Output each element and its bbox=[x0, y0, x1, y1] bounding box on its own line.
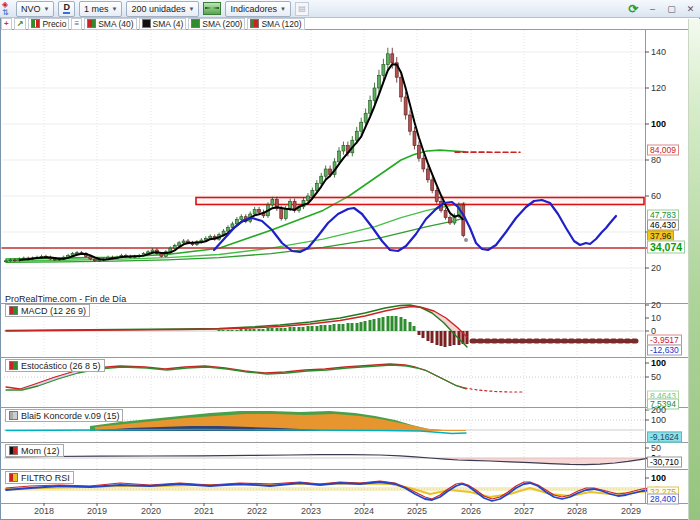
draw-trend-icon[interactable]: ↗ bbox=[14, 18, 27, 30]
maximize-button[interactable]: ▢ bbox=[664, 2, 679, 16]
info-button[interactable]: ▤ bbox=[295, 2, 309, 16]
legend-precio-label: Precio bbox=[42, 19, 66, 29]
indicator-chart-icon bbox=[203, 2, 221, 15]
legend-precio[interactable]: Precio bbox=[28, 18, 69, 30]
legend-sma-200[interactable]: SMA (200) bbox=[188, 18, 245, 30]
legend-sma-120-label: SMA (120) bbox=[261, 19, 301, 29]
minimize-button[interactable]: – bbox=[645, 2, 660, 16]
series-color-icon bbox=[87, 19, 96, 28]
timeframe-label: 1 mes bbox=[84, 4, 109, 14]
timeframe-dropdown[interactable]: 1 mes ▼ bbox=[79, 1, 122, 17]
refresh-icon[interactable]: ⟳ bbox=[626, 2, 641, 16]
toolbar: ◈ ⇅ NVO ▼ D 1 mes ▼ 200 unidades ▼ Indic… bbox=[0, 0, 700, 18]
app-mini-icons: ◈ ⇅ bbox=[2, 1, 12, 17]
prorealtime-window: { "toolbar":{ "symbol":"NVO","d_label":"… bbox=[0, 0, 700, 520]
legend-sma-40[interactable]: SMA (40) bbox=[84, 18, 136, 30]
chevron-down-icon: ▼ bbox=[111, 6, 117, 12]
chevron-down-icon: ▼ bbox=[44, 6, 50, 12]
list-icon: ≡ bbox=[74, 20, 79, 28]
close-button[interactable]: ✕ bbox=[683, 2, 698, 16]
data-type-label: D bbox=[63, 3, 70, 14]
legend-sma-40-label: SMA (40) bbox=[98, 19, 133, 29]
candlestick-icon bbox=[31, 19, 40, 28]
legend-sma-200-label: SMA (200) bbox=[202, 19, 242, 29]
indicators-dropdown[interactable]: Indicadores ▼ bbox=[225, 1, 290, 17]
chart-canvas[interactable] bbox=[0, 0, 700, 520]
units-label: 200 unidades bbox=[131, 4, 185, 14]
draw-trend-icon: ↗ bbox=[17, 20, 24, 28]
list-icon[interactable]: ≡ bbox=[71, 18, 82, 30]
add-object-icon[interactable]: + bbox=[1, 18, 12, 30]
side-scroll-strip[interactable] bbox=[688, 19, 700, 520]
legend-sma-120[interactable]: SMA (120) bbox=[247, 18, 304, 30]
data-type-button[interactable]: D bbox=[58, 1, 75, 17]
indicators-label: Indicadores bbox=[230, 4, 277, 14]
sync-icon: ⇅ bbox=[2, 9, 12, 17]
symbol-dropdown[interactable]: NVO ▼ bbox=[16, 1, 54, 17]
legend-sma-4-label: SMA (4) bbox=[153, 19, 184, 29]
chart-legend: +↗Precio≡SMA (40)SMA (4)SMA (200)SMA (12… bbox=[1, 18, 305, 29]
series-color-icon bbox=[142, 19, 151, 28]
series-color-icon bbox=[250, 19, 259, 28]
chevron-down-icon: ▼ bbox=[280, 6, 286, 12]
add-object-icon: + bbox=[4, 20, 9, 28]
series-color-icon bbox=[191, 19, 200, 28]
units-dropdown[interactable]: 200 unidades ▼ bbox=[126, 1, 199, 17]
symbol-label: NVO bbox=[21, 4, 41, 14]
legend-sma-4[interactable]: SMA (4) bbox=[139, 18, 187, 30]
chevron-down-icon: ▼ bbox=[189, 6, 195, 12]
